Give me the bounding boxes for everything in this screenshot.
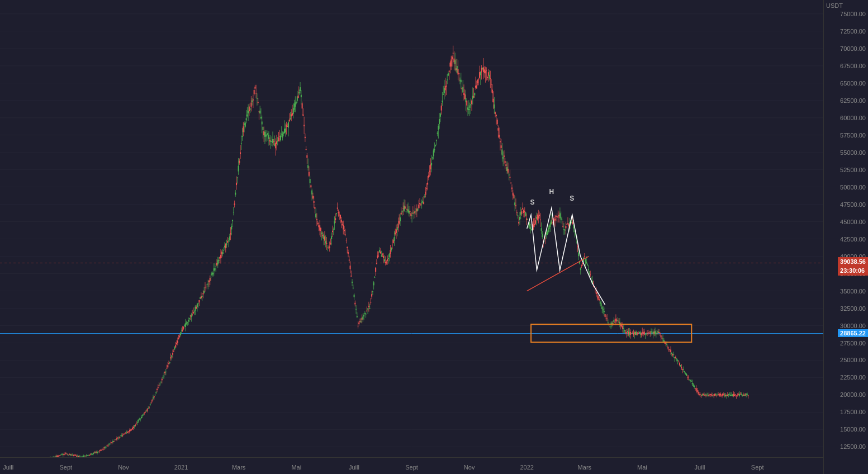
price-label: 30000.00 <box>840 323 866 329</box>
time-label: Mai <box>637 464 647 471</box>
price-label: 50000.00 <box>840 184 866 191</box>
price-label: 47500.00 <box>840 201 866 208</box>
price-label: 20000.00 <box>840 391 866 398</box>
current-price-badge: 39038.5623:30:06 <box>838 257 868 276</box>
time-label: Mars <box>232 464 245 471</box>
time-label: Sept <box>405 464 418 471</box>
price-label: 70000.00 <box>840 45 866 52</box>
price-axis: USDT 75000.0072500.0070000.0067500.00650… <box>823 0 868 474</box>
time-label: Mars <box>578 464 591 471</box>
time-label: Sept <box>751 464 764 471</box>
price-label: 17500.00 <box>840 409 866 415</box>
price-label: 27500.00 <box>840 340 866 347</box>
price-label: 42500.00 <box>840 236 866 243</box>
time-label: Sept <box>60 464 73 471</box>
price-label: 25000.00 <box>840 357 866 363</box>
time-axis: JuillSeptNov2021MarsMaiJuillSeptNov2022M… <box>0 457 823 474</box>
price-label: 35000.00 <box>840 288 866 295</box>
price-label: 62500.00 <box>840 97 866 104</box>
price-label: 72500.00 <box>840 28 866 35</box>
price-label: 57500.00 <box>840 132 866 139</box>
price-label: 67500.00 <box>840 63 866 69</box>
price-label: 22500.00 <box>840 374 866 381</box>
price-label: 55000.00 <box>840 149 866 156</box>
price-label: 12500.00 <box>840 443 866 450</box>
chart-area <box>0 0 823 457</box>
time-label: 2022 <box>520 464 533 471</box>
price-label: 75000.00 <box>840 11 866 17</box>
chart-container: Bitcoin / TetherUS, 1D, BINANCE USDT 750… <box>0 0 868 474</box>
time-label: Juill <box>695 464 705 471</box>
time-label: Nov <box>118 464 129 471</box>
price-label: 32500.00 <box>840 305 866 312</box>
time-label: Juill <box>3 464 13 471</box>
support-price-badge: 28865.22 <box>838 329 868 337</box>
price-unit: USDT <box>826 2 843 9</box>
price-label: 65000.00 <box>840 80 866 87</box>
price-label: 60000.00 <box>840 115 866 121</box>
price-label: 52500.00 <box>840 167 866 173</box>
price-label: 15000.00 <box>840 426 866 433</box>
time-label: Mai <box>291 464 301 471</box>
time-label: 2021 <box>174 464 188 471</box>
time-label: Nov <box>464 464 475 471</box>
time-label: Juill <box>349 464 359 471</box>
price-label: 45000.00 <box>840 219 866 225</box>
